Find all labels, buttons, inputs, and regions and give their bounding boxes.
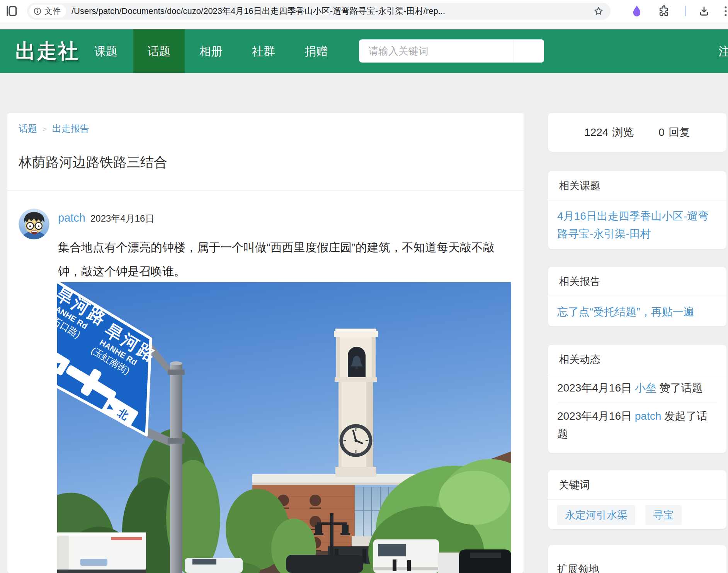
views-label: 浏览 bbox=[612, 125, 634, 140]
nav-item-topics-active[interactable]: 话题 bbox=[133, 29, 185, 73]
site-logo[interactable]: 出走社 bbox=[15, 29, 79, 73]
activity-action: 赞了话题 bbox=[660, 382, 703, 394]
related-reports-card: 相关报告 忘了点“受托结题”，再贴一遍 bbox=[548, 267, 726, 326]
title-divider bbox=[7, 190, 524, 191]
breadcrumb-reports-link[interactable]: 出走报告 bbox=[52, 122, 89, 135]
post-body-line: 钟，敲这个钟是召唤谁。 bbox=[58, 259, 514, 283]
info-icon bbox=[33, 7, 42, 15]
related-report-link[interactable]: 忘了点“受托结题”，再贴一遍 bbox=[557, 296, 717, 321]
keywords-card: 关键词 永定河引水渠 寻宝 bbox=[548, 470, 726, 529]
next-section-header: 扩展领地 bbox=[548, 545, 726, 573]
toolbar-divider bbox=[685, 6, 686, 16]
keyword-tags: 永定河引水渠 寻宝 bbox=[557, 505, 717, 525]
post-body-line: 集合地点有个漂亮的钟楼，属于一个叫做“西西里度假庄园”的建筑，不知道每天敲不敲 bbox=[58, 236, 514, 259]
extensions-puzzle-icon[interactable] bbox=[658, 5, 670, 19]
nav-item-community[interactable]: 社群 bbox=[252, 29, 275, 73]
activity-user-link[interactable]: patch bbox=[635, 410, 662, 422]
replies-stat: 0 回复 bbox=[658, 125, 690, 140]
photo-van-center bbox=[373, 539, 439, 573]
breadcrumb-topics-link[interactable]: 话题 bbox=[19, 122, 37, 135]
breadcrumb: 话题 > 出走报告 bbox=[19, 122, 89, 135]
nav-item-donate[interactable]: 捐赠 bbox=[304, 29, 328, 73]
bookmark-star-icon[interactable] bbox=[593, 5, 604, 17]
replies-label: 回复 bbox=[668, 125, 690, 140]
related-topics-card: 相关课题 4月16日出走四季香山小区-遛弯路寻宝-永引渠-田村 bbox=[548, 171, 726, 249]
keywords-header: 关键词 bbox=[548, 470, 726, 500]
post-date: 2023年4月16日 bbox=[90, 212, 154, 225]
activity-user-link[interactable]: 小垒 bbox=[635, 382, 657, 394]
post-title: 林荫路河边路铁路三结合 bbox=[19, 153, 167, 171]
post-card: 话题 > 出走报告 林荫路河边路铁路三结合 bbox=[7, 113, 524, 573]
stats-card: 1224 浏览 0 回复 bbox=[548, 113, 726, 152]
register-link[interactable]: 注 bbox=[718, 29, 728, 73]
post-body: 集合地点有个漂亮的钟楼，属于一个叫做“西西里度假庄园”的建筑，不知道每天敲不敲 … bbox=[58, 236, 514, 283]
sidebar: 1224 浏览 0 回复 相关课题 4月16日出走四季香山小区-遛弯路寻宝-永引… bbox=[548, 113, 726, 573]
kebab-menu-icon[interactable] bbox=[723, 5, 728, 19]
views-value: 1224 bbox=[584, 126, 608, 139]
search-box bbox=[359, 39, 544, 63]
keyword-tag[interactable]: 寻宝 bbox=[645, 505, 682, 525]
nav-item-albums[interactable]: 相册 bbox=[199, 29, 223, 73]
side-panel-icon[interactable] bbox=[5, 5, 18, 17]
next-section-card: 扩展领地 bbox=[548, 545, 726, 573]
activity-row: 2023年4月16日 小垒 赞了话题 bbox=[557, 374, 717, 402]
site-navbar: 出走社 课题 话题 相册 社群 捐赠 注 bbox=[0, 29, 728, 73]
raindrop-extension-icon[interactable] bbox=[631, 5, 643, 19]
activity-row: 2023年4月16日 patch 发起了话题 bbox=[557, 402, 717, 448]
author-avatar[interactable] bbox=[19, 209, 49, 239]
address-bar[interactable]: 文件 /Users/patch/Documents/doc/cuzo/2023年… bbox=[27, 3, 611, 20]
replies-value: 0 bbox=[658, 126, 665, 139]
related-topics-header: 相关课题 bbox=[548, 171, 726, 200]
breadcrumb-separator: > bbox=[43, 124, 47, 134]
search-input[interactable] bbox=[359, 39, 514, 63]
related-activity-card: 相关动态 2023年4月16日 小垒 赞了话题 2023年4月16日 patch… bbox=[548, 345, 726, 453]
site-info-chip[interactable]: 文件 bbox=[29, 5, 66, 18]
photo-van-left bbox=[57, 532, 146, 573]
search-button[interactable] bbox=[514, 39, 544, 63]
views-stat: 1224 浏览 bbox=[584, 125, 634, 140]
related-topic-link[interactable]: 4月16日出走四季香山小区-遛弯路寻宝-永引渠-田村 bbox=[557, 200, 717, 243]
activity-date: 2023年4月16日 bbox=[557, 410, 632, 422]
post-photo[interactable]: 旱河路 HANHE Rd (杏石口路) 旱河路 HANHE Rd (玉虹南街) bbox=[57, 282, 511, 573]
related-activity-header: 相关动态 bbox=[548, 345, 726, 374]
nav-item-topics-course[interactable]: 课题 bbox=[94, 29, 117, 73]
author-link[interactable]: patch bbox=[58, 212, 85, 224]
related-reports-header: 相关报告 bbox=[548, 267, 726, 296]
url-text: /Users/patch/Documents/doc/cuzo/2023年4月1… bbox=[71, 5, 593, 17]
scheme-label: 文件 bbox=[44, 6, 61, 17]
browser-toolbar: 文件 /Users/patch/Documents/doc/cuzo/2023年… bbox=[0, 0, 728, 22]
photo-clock-tower bbox=[334, 329, 378, 477]
keyword-tag[interactable]: 永定河引水渠 bbox=[557, 505, 635, 525]
author-line: patch 2023年4月16日 bbox=[58, 212, 154, 225]
download-icon[interactable] bbox=[698, 5, 710, 19]
activity-date: 2023年4月16日 bbox=[557, 382, 632, 394]
page-top-strip bbox=[0, 22, 728, 29]
